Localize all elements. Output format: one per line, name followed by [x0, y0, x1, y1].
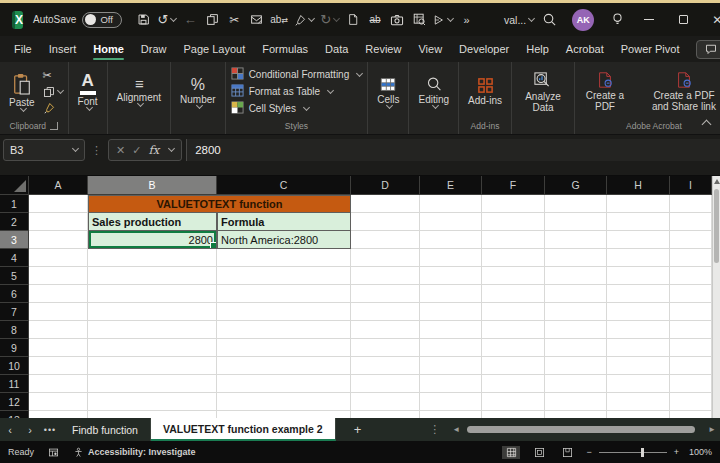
cell-e4[interactable] [420, 249, 482, 267]
tab-data[interactable]: Data [325, 36, 348, 62]
row-header-5[interactable]: 5 [0, 267, 29, 285]
cell-g4[interactable] [545, 249, 607, 267]
number-button[interactable]: % Number [176, 76, 220, 108]
cell-h6[interactable] [607, 285, 670, 303]
cell-g11[interactable] [545, 375, 607, 393]
cell-g12[interactable] [545, 393, 607, 411]
row-header-1[interactable]: 1 [0, 195, 29, 213]
tab-review[interactable]: Review [365, 36, 401, 62]
zoom-track[interactable] [599, 452, 667, 453]
cell-a12[interactable] [29, 393, 88, 411]
cell-b13[interactable] [88, 411, 217, 418]
vertical-scroll-thumb[interactable] [714, 189, 719, 263]
cell-c2[interactable]: Formula [217, 213, 351, 231]
cell-d5[interactable] [351, 267, 420, 285]
splitter-handle-icon[interactable]: ⋮ [421, 423, 448, 436]
strikethrough-icon[interactable]: ab [364, 7, 386, 33]
column-header-g[interactable]: G [545, 176, 607, 195]
cell-f12[interactable] [482, 393, 545, 411]
addins-button[interactable]: Add-ins [464, 77, 506, 106]
autosave-switch[interactable]: Off [82, 12, 122, 28]
cell-g6[interactable] [545, 285, 607, 303]
cell-g5[interactable] [545, 267, 607, 285]
overflow-icon[interactable]: » [456, 7, 478, 33]
column-header-a[interactable]: A [29, 176, 88, 195]
cell-g8[interactable] [545, 321, 607, 339]
cell-e7[interactable] [420, 303, 482, 321]
sheet-list-icon[interactable]: ••• [40, 425, 60, 435]
row-header-12[interactable]: 12 [0, 393, 29, 411]
column-header-i[interactable]: I [670, 176, 712, 195]
cell-h9[interactable] [607, 339, 670, 357]
cell-a4[interactable] [29, 249, 88, 267]
tab-view[interactable]: View [418, 36, 442, 62]
cell-c4[interactable] [217, 249, 351, 267]
cell-h2[interactable] [607, 213, 670, 231]
cell-c9[interactable] [217, 339, 351, 357]
cell-i6[interactable] [670, 285, 712, 303]
tab-formulas[interactable]: Formulas [262, 36, 308, 62]
create-pdf-button[interactable]: Create a PDF [580, 71, 630, 112]
cell-i8[interactable] [670, 321, 712, 339]
cell-d7[interactable] [351, 303, 420, 321]
cell-e12[interactable] [420, 393, 482, 411]
cell-b9[interactable] [88, 339, 217, 357]
row-header-8[interactable]: 8 [0, 321, 29, 339]
tab-insert[interactable]: Insert [49, 36, 77, 62]
cell-f8[interactable] [482, 321, 545, 339]
cell-f6[interactable] [482, 285, 545, 303]
macro-record-icon[interactable] [48, 447, 59, 458]
row-header-9[interactable]: 9 [0, 339, 29, 357]
cell-e8[interactable] [420, 321, 482, 339]
cell-d4[interactable] [351, 249, 420, 267]
zoom-thumb[interactable] [641, 448, 644, 457]
cell-a1[interactable] [29, 195, 88, 213]
cell-b1[interactable]: VALUETOTEXT function [88, 195, 351, 213]
cell-c11[interactable] [217, 375, 351, 393]
tab-power-pivot[interactable]: Power Pivot [621, 36, 680, 62]
cells-button[interactable]: Cells [373, 76, 403, 108]
font-button[interactable]: A Font [74, 73, 102, 110]
cell-c13[interactable] [217, 411, 351, 418]
cell-i11[interactable] [670, 375, 712, 393]
alignment-button[interactable]: ≡ Alignment [113, 77, 165, 106]
horizontal-scrollbar[interactable] [464, 425, 704, 434]
format-painter-button[interactable] [43, 101, 63, 114]
copy-button[interactable] [43, 85, 63, 98]
cut-button[interactable]: ✂ [43, 69, 63, 82]
cell-f11[interactable] [482, 375, 545, 393]
cell-b4[interactable] [88, 249, 217, 267]
cell-e13[interactable] [420, 411, 482, 418]
scroll-left-icon[interactable]: ◄ [448, 425, 464, 434]
sheet-tab-valuetext-function-example-2[interactable]: VALUETEXT function example 2 [151, 418, 336, 441]
replace-icon[interactable]: ab⇄ [267, 7, 291, 33]
row-header-7[interactable]: 7 [0, 303, 29, 321]
cell-h1[interactable] [607, 195, 670, 213]
cell-d9[interactable] [351, 339, 420, 357]
page-break-view-button[interactable] [558, 446, 576, 459]
camera-icon[interactable] [386, 7, 408, 33]
tab-acrobat[interactable]: Acrobat [566, 36, 604, 62]
column-header-c[interactable]: C [217, 176, 351, 195]
cell-g1[interactable] [545, 195, 607, 213]
tab-draw[interactable]: Draw [141, 36, 167, 62]
cell-b11[interactable] [88, 375, 217, 393]
format-painter-icon[interactable] [291, 7, 317, 33]
cell-styles-button[interactable]: Cell Styles [231, 101, 363, 116]
cell-g7[interactable] [545, 303, 607, 321]
cell-d11[interactable] [351, 375, 420, 393]
cell-c12[interactable] [217, 393, 351, 411]
cell-g3[interactable] [545, 231, 607, 249]
cell-c5[interactable] [217, 267, 351, 285]
cell-a13[interactable] [29, 411, 88, 418]
avatar[interactable]: AK [572, 9, 594, 31]
cell-d2[interactable] [351, 213, 420, 231]
close-button[interactable]: ✕ [700, 5, 720, 35]
cell-d3[interactable] [351, 231, 420, 249]
dialog-launcher-icon[interactable] [50, 122, 58, 130]
formula-input[interactable]: 2800 [186, 139, 720, 161]
cell-f13[interactable] [482, 411, 545, 418]
analyze-data-button[interactable]: Analyze Data [517, 71, 569, 113]
cell-h5[interactable] [607, 267, 670, 285]
cell-a8[interactable] [29, 321, 88, 339]
